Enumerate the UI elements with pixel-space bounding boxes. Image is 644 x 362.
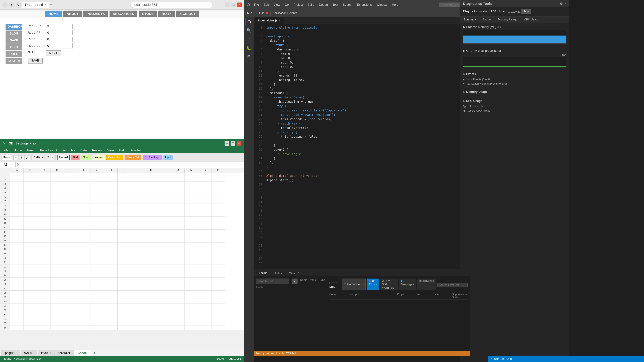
sheet-cell[interactable] (64, 251, 77, 256)
sheet-cell[interactable] (104, 265, 118, 269)
sheet-cell[interactable] (50, 247, 64, 251)
sheet-cell[interactable] (198, 217, 212, 221)
sheet-cell[interactable] (10, 282, 24, 286)
sheet-cell[interactable] (131, 186, 144, 190)
sheet-cell[interactable] (185, 177, 198, 182)
sheet-cell[interactable] (64, 234, 77, 238)
record-cpu-item[interactable]: ⏺ Record CPU Profile (463, 109, 566, 113)
sheet-cell[interactable] (171, 221, 185, 225)
browser-back-button[interactable]: ‹ (2, 2, 8, 7)
browser-refresh-button[interactable]: ↻ (16, 2, 21, 7)
sheet-cell[interactable] (91, 190, 104, 195)
excel-menu-review[interactable]: Review (91, 148, 103, 153)
sheet-cell[interactable] (24, 234, 37, 238)
expand-cpu-icon[interactable]: ▶ (463, 49, 466, 52)
sheet-cell[interactable] (144, 278, 158, 282)
sheet-cell[interactable] (104, 238, 118, 243)
sheet-cell[interactable] (24, 260, 37, 265)
sheet-cell[interactable] (212, 217, 225, 221)
sheet-cell[interactable] (10, 230, 24, 234)
sheet-cell[interactable] (118, 317, 131, 321)
error-solution-select[interactable]: Entire Solution (342, 279, 366, 290)
nav-projects-button[interactable]: PROJECTS (83, 10, 108, 17)
sheet-cell[interactable] (131, 203, 144, 208)
sheet-cell[interactable] (10, 243, 24, 247)
sheet-cell[interactable] (198, 295, 212, 299)
sheet-cell[interactable] (64, 195, 77, 199)
sheet-cell[interactable] (212, 234, 225, 238)
sheet-cell[interactable] (212, 317, 225, 321)
sheet-cell[interactable] (64, 203, 77, 208)
search-icon[interactable]: 🔍 (245, 27, 252, 34)
tab-memory-usage[interactable]: Memory Usage (495, 17, 521, 23)
sheet-cell[interactable] (158, 273, 171, 278)
sheet-cell[interactable] (104, 291, 118, 295)
sheet-cell[interactable] (50, 190, 64, 195)
sheet-cell[interactable] (104, 195, 118, 199)
sheet-cell[interactable] (10, 295, 24, 299)
sheet-tab-info001[interactable]: info001 (38, 350, 54, 356)
sheet-cell[interactable] (37, 221, 50, 225)
expand-memory-icon[interactable]: ▶ (463, 25, 466, 29)
sheet-cell[interactable] (212, 299, 225, 304)
sheet-cell[interactable] (37, 199, 50, 203)
sheet-cell[interactable] (37, 265, 50, 269)
sheet-cell[interactable] (144, 208, 158, 212)
sheet-cell[interactable] (91, 247, 104, 251)
sheet-cell[interactable] (131, 247, 144, 251)
sheet-cell[interactable] (198, 291, 212, 295)
sheet-cell[interactable] (91, 230, 104, 234)
sheet-cell[interactable] (171, 243, 185, 247)
vscode-menu-extensions[interactable]: Extensions (355, 2, 374, 7)
sheet-cell[interactable] (50, 217, 64, 221)
new-tab-button[interactable]: + (50, 3, 52, 7)
sheet-cell[interactable] (91, 177, 104, 182)
sheet-cell[interactable] (37, 321, 50, 326)
sheet-cell[interactable] (171, 295, 185, 299)
sheet-cell[interactable] (64, 269, 77, 273)
sheet-cell[interactable] (10, 256, 24, 260)
sheet-cell[interactable] (171, 230, 185, 234)
sheet-cell[interactable] (171, 225, 185, 230)
sheet-cell[interactable] (144, 265, 158, 269)
sidebar-item-feed[interactable]: FEED (6, 44, 22, 50)
sheet-cell[interactable] (185, 173, 198, 177)
sheet-cell[interactable] (198, 286, 212, 291)
sheet-cell[interactable] (91, 173, 104, 177)
sheet-cell[interactable] (104, 177, 118, 182)
sheet-cell[interactable] (158, 265, 171, 269)
sheet-cell[interactable] (212, 326, 225, 330)
sheet-cell[interactable] (158, 234, 171, 238)
sheet-cell[interactable] (64, 299, 77, 304)
sheet-cell[interactable] (158, 243, 171, 247)
sheet-cell[interactable] (118, 256, 131, 260)
sheet-cell[interactable] (144, 212, 158, 217)
sheet-cell[interactable] (171, 190, 185, 195)
sheet-cell[interactable] (212, 304, 225, 308)
sheet-cell[interactable] (104, 199, 118, 203)
sheet-cell[interactable] (144, 286, 158, 291)
sheet-cell[interactable] (118, 295, 131, 299)
sheet-cell[interactable] (158, 256, 171, 260)
sheet-tab-page101[interactable]: page101 (2, 350, 20, 356)
sheet-cell[interactable] (24, 286, 37, 291)
sheet-cell[interactable] (24, 221, 37, 225)
sheet-cell[interactable] (144, 312, 158, 317)
style-explanatory[interactable]: Explanatory . (142, 155, 162, 160)
vscode-menu-help[interactable]: Help (390, 2, 400, 7)
sheet-cell[interactable] (104, 273, 118, 278)
sheet-cell[interactable] (158, 291, 171, 295)
field-input-rec1dbp[interactable] (46, 43, 72, 48)
debug-step-into-button[interactable]: ↓ (256, 11, 257, 15)
cpu-usage-header[interactable]: ▶ CPU Usage (463, 99, 566, 103)
sheet-cell[interactable] (10, 265, 24, 269)
sheet-cell[interactable] (131, 286, 144, 291)
sheet-cell[interactable] (118, 326, 131, 330)
browser-close-button[interactable]: × (237, 2, 242, 7)
browser-tab[interactable]: Dashboard × (22, 2, 49, 8)
sheet-cell[interactable] (131, 295, 144, 299)
sheet-cell[interactable] (104, 243, 118, 247)
sheet-cell[interactable] (198, 273, 212, 278)
sheet-cell[interactable] (50, 208, 64, 212)
sheet-cell[interactable] (198, 299, 212, 304)
